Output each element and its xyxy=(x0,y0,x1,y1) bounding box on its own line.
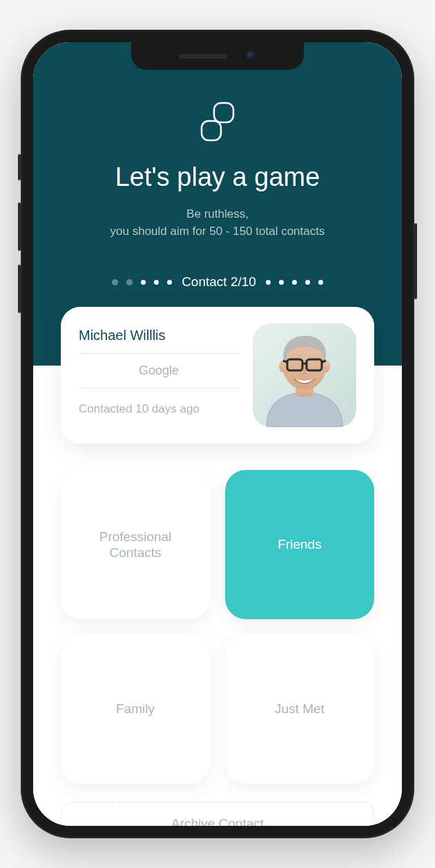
contact-avatar xyxy=(253,323,356,427)
phone-frame: Let's play a game Be ruthless, you shoul… xyxy=(21,30,414,838)
subtitle-line-1: Be ruthless, xyxy=(186,207,249,220)
svg-line-10 xyxy=(283,361,287,362)
phone-screen-bezel: Let's play a game Be ruthless, you shoul… xyxy=(33,42,402,826)
progress-indicator: Contact 2/10 xyxy=(54,274,381,290)
progress-dot xyxy=(279,280,284,285)
contact-company: Google xyxy=(79,354,239,388)
volume-up-button xyxy=(18,202,21,251)
power-button xyxy=(414,223,417,299)
category-friends-button[interactable]: Friends xyxy=(225,470,374,619)
category-professional-button[interactable]: Professional Contacts xyxy=(61,470,210,619)
content-area: Michael Willlis Google Contacted 10 days… xyxy=(33,366,402,826)
progress-dot xyxy=(292,280,297,285)
contact-last-contacted: Contacted 10 days ago xyxy=(79,388,239,416)
contact-name: Michael Willlis xyxy=(79,323,239,353)
notch xyxy=(131,42,304,70)
app-screen: Let's play a game Be ruthless, you shoul… xyxy=(33,42,402,826)
progress-dot xyxy=(154,280,159,285)
archive-contact-button[interactable]: Archive Contact xyxy=(61,802,374,826)
front-camera xyxy=(246,51,256,61)
progress-dot xyxy=(112,279,118,285)
category-just-met-button[interactable]: Just Met xyxy=(225,634,374,784)
progress-label: Contact 2/10 xyxy=(182,274,256,290)
progress-dot xyxy=(318,280,323,285)
contact-card: Michael Willlis Google Contacted 10 days… xyxy=(61,307,374,444)
progress-dots-right xyxy=(266,280,323,285)
progress-dot xyxy=(305,280,310,285)
progress-dot xyxy=(141,280,146,285)
svg-rect-1 xyxy=(202,121,221,140)
svg-rect-0 xyxy=(214,103,233,122)
category-family-button[interactable]: Family xyxy=(61,634,210,784)
mute-switch xyxy=(18,154,21,180)
progress-dot xyxy=(167,280,172,285)
svg-line-11 xyxy=(322,361,326,362)
contact-info: Michael Willlis Google Contacted 10 days… xyxy=(79,323,239,427)
progress-dot xyxy=(126,279,133,285)
progress-dot xyxy=(266,280,271,285)
page-subtitle: Be ruthless, you should aim for 50 - 150… xyxy=(54,206,381,240)
volume-down-button xyxy=(18,265,21,313)
speaker-grille xyxy=(179,54,227,59)
progress-dots-left xyxy=(112,279,172,285)
page-title: Let's play a game xyxy=(54,162,381,192)
category-grid: Professional Contacts Friends Family Jus… xyxy=(61,470,374,784)
subtitle-line-2: you should aim for 50 - 150 total contac… xyxy=(110,225,325,238)
app-logo-icon xyxy=(193,97,242,149)
